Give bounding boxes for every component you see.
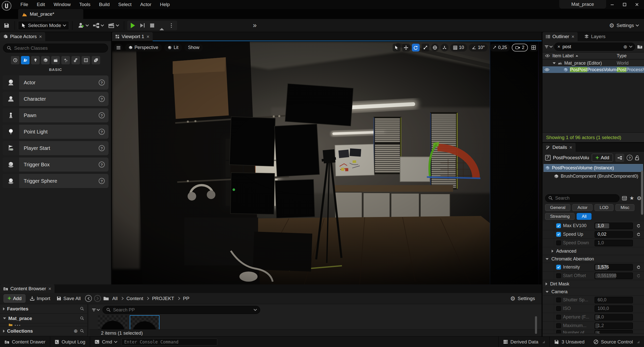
favorites-star-icon[interactable]: ★ — [629, 195, 634, 201]
volumes-icon[interactable] — [82, 56, 90, 64]
viewport-options-icon[interactable] — [114, 44, 123, 51]
component-row-instance[interactable]: PostProcessVolume (Instance) — [544, 164, 643, 172]
help-icon[interactable]: ? — [99, 96, 105, 102]
cmd-dropdown[interactable]: Cmd — [90, 337, 121, 347]
help-icon[interactable]: ? — [99, 178, 105, 184]
help-icon[interactable]: ? — [627, 155, 633, 161]
outliner-search-input[interactable] — [562, 44, 621, 49]
move-tool-icon[interactable] — [402, 44, 410, 51]
outliner-filter-button[interactable] — [545, 45, 552, 48]
camera-mode-button[interactable]: Perspective — [125, 44, 162, 51]
world-space-icon[interactable] — [431, 44, 439, 51]
shapes-icon[interactable] — [41, 56, 50, 64]
level-tab-mat-prace[interactable]: Mat_prace* — [18, 9, 83, 19]
reset-icon[interactable] — [633, 224, 644, 228]
tab-layers[interactable]: Layers — [581, 32, 609, 41]
value-input[interactable]: 0,02 — [595, 231, 633, 238]
visibility-column-icon[interactable] — [545, 54, 550, 57]
geometry-icon[interactable] — [71, 56, 80, 64]
assets-scrollbar[interactable] — [535, 316, 537, 334]
breadcrumb-content[interactable]: Content — [125, 296, 144, 301]
menu-edit[interactable]: Edit — [33, 2, 49, 7]
folder-row-collections[interactable]: Collections ⊕ — [0, 326, 87, 336]
tab-viewport-1[interactable]: Viewport 1 × — [112, 32, 153, 41]
close-icon[interactable]: × — [146, 34, 149, 39]
outliner-row-world[interactable]: Mat_prace (Editor) World — [543, 60, 644, 66]
help-icon[interactable]: ? — [99, 112, 105, 118]
value-input[interactable]: 1,0 — [595, 240, 633, 246]
column-type[interactable]: Type — [617, 53, 644, 59]
checkbox[interactable] — [556, 273, 561, 278]
checkbox[interactable] — [556, 265, 561, 270]
section-chromatic-aberration[interactable]: Chromatic Aberration — [543, 255, 644, 263]
folder-row-mat-prace[interactable]: Mat_prace — [0, 314, 87, 323]
checkbox[interactable] — [556, 232, 561, 237]
minimize-button[interactable] — [607, 1, 617, 8]
asset-search-input[interactable] — [113, 307, 252, 313]
unlock-icon[interactable] — [635, 155, 640, 161]
grid-snap-control[interactable]: 10 — [450, 44, 467, 51]
checkbox[interactable] — [556, 241, 561, 245]
back-icon[interactable] — [85, 295, 92, 302]
filter-actor[interactable]: Actor — [572, 204, 593, 211]
section-camera[interactable]: Camera — [543, 288, 644, 296]
maximize-button[interactable] — [620, 1, 630, 8]
menu-window[interactable]: Window — [49, 2, 75, 7]
content-browser-settings[interactable]: ⚙ Settings — [510, 293, 535, 304]
place-item-point-light[interactable]: Point Light ? — [3, 125, 109, 139]
checkbox[interactable] — [556, 315, 561, 319]
value-input[interactable]: 4,0 — [595, 314, 633, 321]
asset-thumbnail-selected[interactable] — [130, 315, 159, 330]
new-folder-icon[interactable] — [637, 44, 642, 49]
angle-snap-control[interactable]: 10° — [469, 44, 488, 51]
add-filter-icon[interactable]: ⊕ — [623, 44, 627, 50]
asset-filter-button[interactable] — [92, 308, 99, 312]
component-row-brush[interactable]: BrushComponent (BrushComponent0) — [544, 172, 643, 180]
viewport-3d-scene[interactable]: Perspective Lit Show 10 10° — [112, 42, 542, 285]
select-tool-icon[interactable] — [393, 44, 400, 51]
filter-all[interactable]: All — [577, 213, 592, 220]
value-input[interactable]: 100,0 — [595, 305, 633, 312]
asset-search[interactable] — [102, 306, 260, 314]
derived-data-button[interactable]: Derived Data — [499, 337, 550, 347]
rotate-tool-icon[interactable] — [412, 44, 420, 51]
tab-details[interactable]: Details × — [543, 143, 576, 152]
add-component-button[interactable]: +Add — [592, 154, 613, 162]
folder-row-clipped[interactable]: • • • — [0, 323, 87, 326]
close-icon[interactable]: × — [48, 286, 51, 291]
save-all-button[interactable]: Save All — [55, 296, 83, 301]
play-options-button[interactable] — [167, 21, 176, 30]
place-item-trigger-box[interactable]: Trigger Box ? — [3, 157, 109, 172]
checkbox[interactable] — [556, 223, 561, 228]
scale-tool-icon[interactable] — [421, 44, 429, 51]
place-actors-search[interactable] — [3, 44, 108, 52]
value-input[interactable]: 0,551998 — [595, 273, 633, 279]
help-icon[interactable]: ? — [99, 129, 105, 135]
outliner-row-postprocessvolume[interactable]: PosPostProcessVolume PostProcessVolume — [543, 66, 644, 73]
place-item-trigger-sphere[interactable]: Trigger Sphere ? — [3, 174, 109, 188]
menu-build[interactable]: Build — [95, 2, 114, 7]
folder-row-favorites[interactable]: Favorites — [0, 304, 87, 314]
forward-icon[interactable] — [94, 295, 101, 302]
close-icon[interactable]: × — [572, 34, 575, 39]
section-dirt-mask[interactable]: Dirt Mask — [543, 280, 644, 288]
stop-button[interactable] — [148, 21, 156, 30]
menu-tools[interactable]: Tools — [75, 2, 95, 7]
visual-effects-icon[interactable] — [61, 56, 70, 64]
reset-icon[interactable] — [633, 265, 644, 269]
lights-icon[interactable] — [31, 56, 40, 64]
close-button[interactable] — [632, 1, 642, 8]
tab-outliner[interactable]: Outliner × — [543, 32, 578, 41]
outliner-search[interactable]: × ⊕ — [554, 43, 635, 51]
help-icon[interactable]: ? — [99, 79, 105, 86]
toolbar-overflow-button[interactable]: » — [253, 21, 257, 29]
content-drawer-button[interactable]: Content Drawer — [0, 337, 50, 347]
place-item-actor[interactable]: Actor ? — [3, 75, 109, 90]
source-control-button[interactable]: Source Control — [589, 337, 644, 347]
filter-lod[interactable]: LOD — [595, 204, 613, 211]
scale-snap-control[interactable]: 0,25 — [490, 44, 510, 51]
search-classes-input[interactable] — [14, 45, 104, 51]
output-log-button[interactable]: Output Log — [50, 337, 90, 347]
menu-file[interactable]: File — [16, 2, 33, 7]
place-item-character[interactable]: Character ? — [3, 92, 109, 106]
